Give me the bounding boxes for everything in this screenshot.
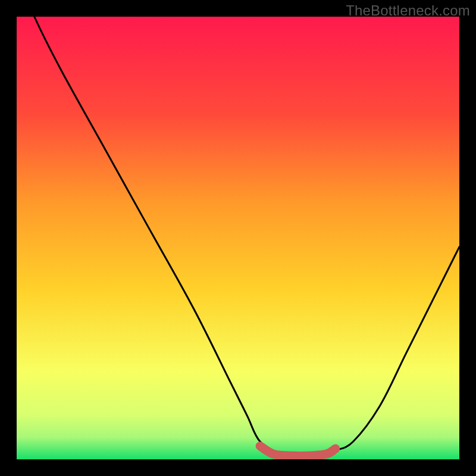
chart-frame: TheBottleneck.com — [0, 0, 476, 476]
plot-area — [17, 17, 459, 459]
highlight-start-dot — [256, 442, 264, 450]
gradient-background — [17, 17, 459, 459]
chart-svg — [17, 17, 459, 459]
